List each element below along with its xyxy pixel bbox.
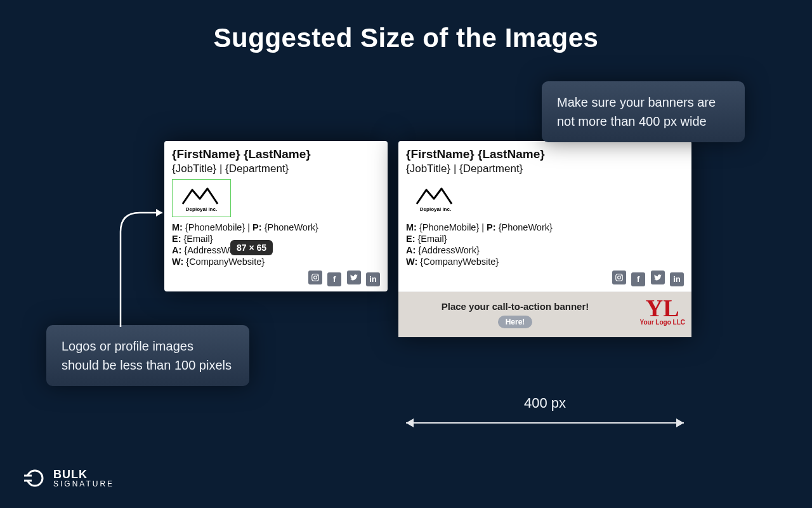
width-indicator-label: 400 px: [398, 395, 691, 411]
cta-banner-logo-big: YL: [640, 297, 685, 319]
web-value: {CompanyWebsite}: [186, 257, 265, 267]
dimension-tooltip: 87 × 65: [230, 240, 273, 255]
callout-arrow-icon: [108, 206, 171, 333]
address-value: {AddressWork}: [418, 245, 479, 255]
phone-sep: |: [481, 222, 487, 232]
cta-banner-button[interactable]: Here!: [498, 316, 533, 328]
width-indicator: 400 px: [398, 413, 691, 433]
address-label: A:: [406, 245, 416, 255]
signature-name: {FirstName} {LastName}: [406, 147, 684, 161]
svg-point-2: [317, 275, 318, 276]
email-label: E:: [172, 234, 181, 244]
signature-card-large: {FirstName} {LastName} {JobTitle} | {Dep…: [398, 141, 691, 337]
email-value: {Email}: [418, 234, 447, 244]
cta-banner-logo-small: Your Logo LLC: [640, 319, 685, 326]
social-row: f in: [172, 271, 380, 286]
brand-text: BULK SIGNATURE: [53, 469, 114, 488]
phone-value: {PhoneWork}: [265, 222, 318, 232]
facebook-icon: f: [631, 272, 645, 286]
svg-point-1: [313, 276, 317, 279]
instagram-icon: [612, 271, 626, 284]
width-indicator-arrow-icon: [398, 413, 691, 433]
web-label: W:: [172, 257, 183, 267]
signature-phone-line: M: {PhoneMobile} | P: {PhoneWork}: [172, 222, 380, 232]
signature-logo-slot: Deployal Inc.: [172, 179, 231, 217]
callout-logo-size: Logos or profile images should be less t…: [46, 325, 249, 386]
signature-web-line: W: {CompanyWebsite}: [172, 257, 380, 267]
deployal-logo-icon: [180, 185, 224, 206]
cta-banner-logo: YL Your Logo LLC: [640, 297, 685, 326]
mobile-label: M:: [172, 222, 183, 232]
svg-point-4: [617, 276, 620, 279]
signature-web-line: W: {CompanyWebsite}: [406, 257, 684, 267]
cta-banner: Place your call-to-action banner! Here! …: [398, 291, 691, 337]
brand-line2: SIGNATURE: [53, 480, 114, 488]
web-label: W:: [406, 257, 417, 267]
signature-subline: {JobTitle} | {Department}: [406, 163, 684, 175]
mobile-label: M:: [406, 222, 417, 232]
signature-address-line: A: {AddressWork}: [172, 245, 380, 255]
instagram-icon: [308, 271, 322, 284]
cta-banner-headline: Place your call-to-action banner!: [409, 301, 622, 312]
mobile-value: {PhoneMobile}: [419, 222, 479, 232]
brand-footer: BULK SIGNATURE: [24, 467, 114, 489]
signature-logo-caption: Deployal Inc.: [186, 206, 217, 212]
facebook-icon: f: [327, 272, 341, 286]
social-row: f in: [406, 271, 684, 286]
phone-label: P:: [252, 222, 262, 232]
twitter-icon: [651, 271, 665, 284]
callout-banner-size: Make sure your banners are not more than…: [542, 81, 745, 142]
phone-sep: |: [247, 222, 252, 232]
mobile-value: {PhoneMobile}: [185, 222, 245, 232]
signature-email-line: E: {Email}: [406, 234, 684, 244]
brand-line1: BULK: [53, 469, 114, 480]
svg-point-5: [620, 275, 622, 276]
signature-logo-caption: Deployal Inc.: [420, 206, 451, 212]
twitter-icon: [347, 271, 361, 284]
email-value: {Email}: [184, 234, 213, 244]
signature-logo-slot: Deployal Inc.: [406, 179, 465, 217]
linkedin-icon: in: [366, 272, 380, 286]
signature-card-small: {FirstName} {LastName} {JobTitle} | {Dep…: [164, 141, 388, 291]
phone-value: {PhoneWork}: [499, 222, 553, 232]
signature-address-line: A: {AddressWork}: [406, 245, 684, 255]
deployal-logo-icon: [414, 185, 458, 206]
page-title: Suggested Size of the Images: [0, 23, 812, 53]
signature-phone-line: M: {PhoneMobile} | P: {PhoneWork}: [406, 222, 684, 232]
bulksignature-logo-icon: [24, 467, 46, 489]
address-label: A:: [172, 245, 181, 255]
signature-email-line: E: {Email}: [172, 234, 380, 244]
email-label: E:: [406, 234, 416, 244]
phone-label: P:: [487, 222, 496, 232]
linkedin-icon: in: [670, 272, 684, 286]
signature-subline: {JobTitle} | {Department}: [172, 163, 380, 175]
web-value: {CompanyWebsite}: [420, 257, 499, 267]
signature-name: {FirstName} {LastName}: [172, 147, 380, 161]
